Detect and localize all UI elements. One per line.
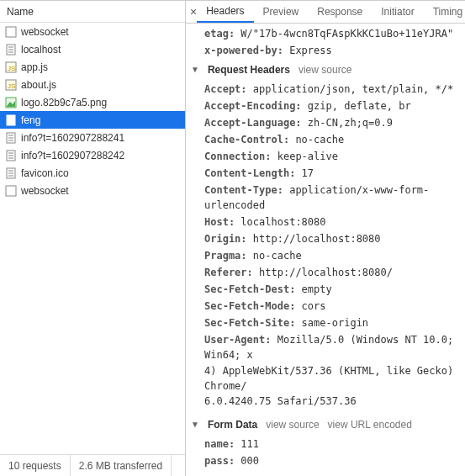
request-name: logo.82b9c7a5.png (21, 97, 107, 108)
form-data-row: name: 111 (186, 436, 465, 452)
view-url-encoded-link[interactable]: view URL encoded (328, 417, 412, 432)
header-key: Sec-Fetch-Mode: (204, 300, 295, 312)
request-header-row: Accept: application/json, text/plain, */… (186, 81, 465, 98)
request-row[interactable]: websocket (0, 23, 185, 40)
request-row[interactable]: JSapp.js (0, 58, 185, 76)
tab-response[interactable]: Response (308, 1, 372, 23)
header-value: 17 (302, 167, 314, 179)
header-key: Connection: (204, 151, 271, 162)
detail-tabs: × HeadersPreviewResponseInitiatorTiming (186, 1, 465, 24)
request-row[interactable]: info?t=1602907288241 (0, 129, 185, 146)
request-header-row: Cache-Control: no-cache (186, 131, 465, 148)
detail-body: etag: W/"17b-4wcn8TqFAspKkKC1uBo+11eYJRA… (186, 24, 465, 476)
section-title-text: Form Data (208, 417, 257, 432)
svg-text:JS: JS (8, 65, 15, 72)
request-row[interactable]: logo.82b9c7a5.png (0, 93, 185, 111)
request-name: favicon.ico (21, 167, 69, 179)
tab-initiator[interactable]: Initiator (372, 1, 423, 23)
request-name: websocket (21, 185, 69, 197)
header-value: empty (302, 283, 332, 295)
file-icon (5, 97, 17, 108)
tab-timing[interactable]: Timing (424, 1, 465, 23)
file-icon (5, 167, 17, 179)
tab-headers[interactable]: Headers (197, 1, 253, 23)
header-value: application/json, text/plain, */* (253, 83, 453, 95)
request-list-header[interactable]: Name (0, 1, 185, 23)
request-row[interactable]: info?t=1602907288242 (0, 146, 185, 164)
header-user-agent: User-Agent: Mozilla/5.0 (Windows NT 10.0… (186, 331, 465, 363)
header-value: Express (289, 45, 332, 56)
header-value: no-cache (295, 134, 344, 145)
header-key: Pragma: (204, 250, 247, 262)
tab-preview[interactable]: Preview (254, 1, 309, 23)
user-agent-line: 6.0.4240.75 Safari/537.36 (186, 394, 465, 409)
header-key: Accept-Language: (204, 117, 302, 129)
request-header-row: Sec-Fetch-Dest: empty (186, 281, 465, 298)
file-icon: JS (5, 61, 17, 73)
header-value: http://localhost:8080/ (259, 267, 393, 278)
file-icon (5, 26, 17, 38)
header-key: x-powered-by: (204, 45, 283, 56)
request-name: app.js (21, 61, 48, 73)
request-row[interactable]: localhost (0, 40, 185, 58)
form-data-section[interactable]: ▼ Form Data view source view URL encoded (186, 414, 465, 436)
request-list-footer: 10 requests 2.6 MB transferred (0, 454, 185, 476)
header-key: Sec-Fetch-Site: (204, 317, 295, 329)
file-icon (5, 185, 17, 197)
request-list-body: websocketlocalhostJSapp.jsJSabout.jslogo… (0, 23, 185, 454)
request-name: info?t=1602907288242 (21, 150, 124, 161)
svg-rect-0 (6, 27, 16, 37)
detail-panel: × HeadersPreviewResponseInitiatorTiming … (186, 1, 465, 476)
request-header-row: Host: localhost:8080 (186, 214, 465, 230)
header-key: Content-Length: (204, 167, 295, 179)
file-icon (5, 44, 17, 56)
user-agent-line: 4) AppleWebKit/537.36 (KHTML, like Gecko… (186, 363, 465, 394)
header-key: User-Agent: (204, 334, 271, 346)
close-icon[interactable]: × (190, 1, 197, 23)
request-name: about.js (21, 79, 56, 91)
request-row[interactable]: JSabout.js (0, 76, 185, 93)
svg-text:JS: JS (8, 82, 15, 90)
header-key: Content-Type: (204, 184, 283, 196)
request-header-row: Connection: keep-alive (186, 148, 465, 165)
svg-rect-27 (6, 186, 16, 196)
request-name: info?t=1602907288241 (21, 132, 124, 144)
request-name: localhost (21, 44, 61, 56)
request-header-row: Sec-Fetch-Site: same-origin (186, 315, 465, 331)
header-key: etag: (204, 28, 235, 40)
header-value: cors (302, 300, 326, 312)
response-header-row: x-powered-by: Express (186, 42, 465, 59)
header-key: Sec-Fetch-Dest: (204, 283, 295, 295)
file-icon (5, 132, 17, 144)
form-data-row: pass: 000 (186, 452, 465, 469)
header-key: Accept-Encoding: (204, 100, 302, 112)
request-name: feng (21, 114, 40, 126)
request-header-row: Content-Type: application/x-www-form-url… (186, 182, 465, 214)
file-icon (5, 150, 17, 161)
view-source-link[interactable]: view source (299, 62, 351, 77)
footer-transferred: 2.6 MB transferred (71, 455, 172, 476)
chevron-down-icon: ▼ (191, 417, 199, 432)
header-key: Cache-Control: (204, 134, 289, 145)
section-title-text: Request Headers (208, 62, 290, 77)
header-key: Accept: (204, 83, 247, 95)
header-value: zh-CN,zh;q=0.9 (308, 117, 393, 129)
request-header-row: Accept-Language: zh-CN,zh;q=0.9 (186, 114, 465, 131)
file-icon: JS (5, 79, 17, 91)
request-row[interactable]: favicon.ico (0, 164, 185, 182)
request-headers-section[interactable]: ▼ Request Headers view source (186, 59, 465, 81)
request-row[interactable]: websocket (0, 182, 185, 199)
chevron-down-icon: ▼ (191, 62, 199, 77)
footer-requests: 10 requests (0, 455, 71, 476)
header-value: same-origin (302, 317, 368, 329)
root: Name websocketlocalhostJSapp.jsJSabout.j… (0, 0, 465, 476)
header-value: gzip, deflate, br (308, 100, 411, 112)
header-value: W/"17b-4wcn8TqFAspKkKC1uBo+11eYJRA" (240, 28, 453, 40)
request-header-row: Origin: http://localhost:8080 (186, 230, 465, 247)
header-value: keep-alive (277, 151, 338, 162)
view-source-link[interactable]: view source (266, 417, 319, 432)
request-header-row: Referer: http://localhost:8080/ (186, 264, 465, 281)
request-row[interactable]: feng (0, 111, 185, 129)
form-key: pass: (204, 455, 235, 467)
request-name: websocket (21, 26, 69, 38)
